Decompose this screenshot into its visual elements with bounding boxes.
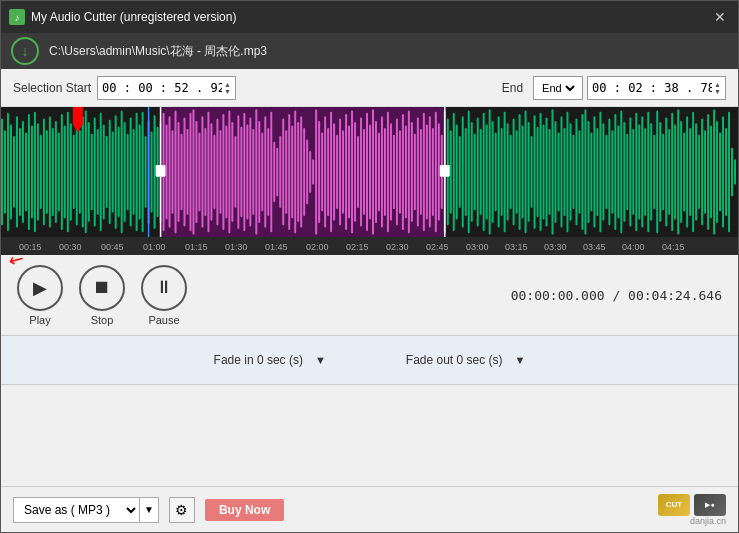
fade-in-control: Fade in 0 sec (s) ▼ [214, 353, 326, 367]
svg-rect-203 [602, 123, 604, 221]
svg-rect-240 [713, 109, 715, 234]
end-time-field[interactable] [592, 81, 712, 95]
end-dropdown[interactable]: End [533, 76, 583, 100]
svg-rect-20 [58, 133, 60, 212]
start-time-field[interactable] [102, 81, 222, 95]
svg-rect-72 [210, 123, 212, 221]
svg-rect-49 [145, 136, 147, 208]
end-time-input[interactable]: ▲ ▼ [587, 76, 726, 100]
svg-rect-153 [453, 113, 455, 231]
start-time-input[interactable]: ▲ ▼ [97, 76, 236, 100]
svg-rect-39 [115, 115, 117, 229]
save-dropdown-arrow[interactable]: ▼ [140, 497, 159, 523]
svg-rect-95 [279, 136, 281, 208]
svg-rect-234 [695, 123, 697, 221]
close-button[interactable]: ✕ [710, 9, 730, 25]
svg-rect-31 [91, 134, 93, 211]
svg-rect-115 [339, 119, 341, 226]
svg-rect-126 [372, 109, 374, 234]
svg-rect-196 [581, 114, 583, 230]
svg-rect-70 [204, 128, 206, 216]
svg-rect-18 [52, 128, 54, 216]
svg-rect-103 [303, 128, 305, 216]
svg-rect-168 [498, 116, 500, 227]
timeline-ruler: 00:15 00:30 00:45 01:00 01:15 01:30 01:4… [1, 237, 738, 255]
svg-rect-125 [369, 124, 371, 219]
svg-rect-10 [28, 114, 30, 230]
svg-rect-68 [198, 133, 200, 212]
svg-rect-48 [142, 112, 144, 233]
logo-badge-right: ▶● [694, 494, 726, 516]
svg-rect-26 [76, 119, 78, 226]
play-button[interactable]: ↙ ▶ Play [17, 265, 63, 326]
svg-rect-158 [468, 110, 470, 233]
play-btn-circle[interactable]: ↙ ▶ [17, 265, 63, 311]
svg-rect-222 [659, 122, 661, 222]
svg-rect-13 [37, 123, 39, 221]
svg-rect-82 [240, 127, 242, 218]
stop-btn-circle[interactable]: ⏹ [79, 265, 125, 311]
buy-button[interactable]: Buy Now [205, 499, 284, 521]
svg-rect-114 [336, 135, 338, 209]
svg-rect-246 [731, 148, 733, 197]
svg-text:03:45: 03:45 [583, 242, 606, 252]
svg-rect-156 [462, 116, 464, 227]
bottom-bar: Save as ( MP3 ) Save as ( WAV ) Save as … [1, 486, 738, 532]
svg-rect-29 [85, 110, 87, 233]
svg-rect-179 [531, 136, 533, 208]
svg-rect-138 [408, 110, 410, 233]
svg-rect-76 [222, 114, 224, 230]
waveform-container[interactable] [1, 107, 738, 237]
svg-rect-209 [620, 110, 622, 233]
stop-button[interactable]: ⏹ Stop [79, 265, 125, 326]
svg-rect-193 [572, 135, 574, 209]
svg-rect-62 [181, 134, 183, 211]
svg-rect-142 [420, 129, 422, 215]
pause-label: Pause [148, 314, 179, 326]
svg-rect-129 [381, 116, 383, 227]
svg-rect-147 [435, 112, 437, 233]
svg-rect-197 [584, 109, 586, 234]
svg-rect-131 [387, 112, 389, 233]
time-counter: 00:00:00.000 / 00:04:24.646 [511, 288, 722, 303]
end-time-up[interactable]: ▲ [714, 81, 721, 88]
svg-rect-1 [1, 119, 3, 226]
svg-rect-8 [22, 121, 24, 223]
svg-rect-135 [399, 130, 401, 214]
svg-rect-27 [79, 130, 81, 214]
svg-rect-167 [495, 133, 497, 212]
svg-rect-141 [417, 117, 419, 226]
svg-rect-218 [647, 112, 649, 233]
save-as-select[interactable]: Save as ( MP3 ) Save as ( WAV ) Save as … [13, 497, 140, 523]
svg-text:01:30: 01:30 [225, 242, 248, 252]
fade-in-dropdown[interactable]: ▼ [315, 354, 326, 366]
window-title: My Audio Cutter (unregistered version) [31, 10, 710, 24]
svg-rect-223 [662, 134, 664, 211]
svg-rect-92 [270, 112, 272, 233]
fade-out-dropdown[interactable]: ▼ [515, 354, 526, 366]
svg-rect-73 [213, 135, 215, 209]
svg-rect-5 [13, 136, 15, 208]
start-time-down[interactable]: ▼ [224, 88, 231, 95]
svg-rect-66 [192, 109, 194, 234]
pause-button[interactable]: ⏸ Pause [141, 265, 187, 326]
logo-badge-left: CUT [658, 494, 690, 516]
svg-rect-213 [632, 129, 634, 215]
svg-rect-186 [552, 109, 554, 234]
svg-rect-195 [578, 130, 580, 214]
end-time-down[interactable]: ▼ [714, 88, 721, 95]
end-dropdown-select[interactable]: End [538, 81, 578, 95]
svg-rect-22 [64, 126, 66, 219]
svg-rect-34 [100, 113, 102, 231]
svg-rect-96 [282, 119, 284, 226]
time-current: 00:00:00.000 [511, 288, 605, 303]
svg-text:03:30: 03:30 [544, 242, 567, 252]
start-time-up[interactable]: ▲ [224, 81, 231, 88]
svg-rect-212 [629, 117, 631, 226]
pause-btn-circle[interactable]: ⏸ [141, 265, 187, 311]
svg-rect-87 [255, 109, 257, 234]
svg-rect-189 [560, 116, 562, 227]
gear-button[interactable]: ⚙ [169, 497, 195, 523]
svg-rect-105 [309, 151, 311, 193]
svg-rect-112 [330, 112, 332, 233]
